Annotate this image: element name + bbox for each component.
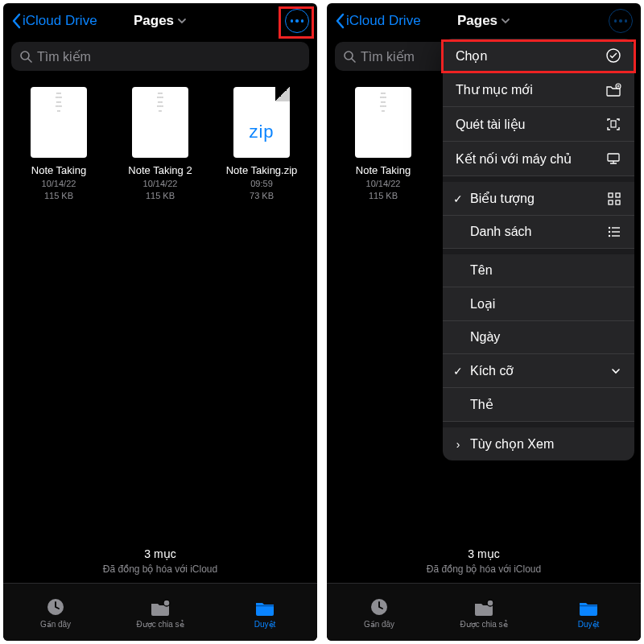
back-label: iCloud Drive	[346, 13, 421, 29]
navbar: iCloud Drive Pages	[327, 3, 641, 39]
tab-recents[interactable]: Gần đây	[3, 584, 108, 641]
menu-select[interactable]: Chọn	[443, 39, 634, 73]
svg-line-6	[352, 59, 355, 62]
chevron-left-icon	[335, 13, 345, 29]
svg-rect-25	[580, 605, 597, 606]
svg-point-24	[487, 600, 493, 606]
svg-point-7	[607, 49, 620, 62]
chevron-down-icon	[177, 18, 187, 24]
tab-bar: Gần đây Được chia sẻ Duyệt	[3, 583, 317, 641]
menu-connect-server[interactable]: Kết nối với máy chủ	[443, 142, 634, 176]
new-folder-icon	[605, 83, 621, 97]
sync-status: Đã đồng bộ hóa với iCloud	[327, 564, 641, 575]
search-icon	[19, 50, 32, 63]
menu-scan-documents[interactable]: Quét tài liệu	[443, 107, 634, 142]
menu-sort-name[interactable]: ✓Tên	[443, 254, 634, 287]
shared-folder-icon	[149, 597, 171, 617]
svg-rect-4	[256, 605, 274, 606]
tab-shared[interactable]: Được chia sẻ	[108, 584, 213, 641]
more-button[interactable]	[285, 9, 309, 33]
menu-sort-date[interactable]: ✓Ngày	[443, 321, 634, 354]
svg-point-21	[609, 235, 610, 237]
search-field[interactable]: Tìm kiếm	[11, 42, 309, 71]
clock-icon	[44, 597, 67, 617]
menu-view-icons[interactable]: ✓Biểu tượng	[443, 182, 634, 216]
svg-point-3	[163, 600, 170, 606]
ellipsis-icon	[291, 19, 304, 23]
files-grid: ━━━━━━━━━━━━━━━━ Note Taking 10/14/22 11…	[3, 79, 317, 211]
back-button[interactable]: iCloud Drive	[11, 13, 97, 29]
search-placeholder: Tìm kiếm	[37, 49, 91, 64]
svg-line-1	[28, 59, 31, 62]
select-circle-icon	[605, 47, 621, 64]
menu-view-options[interactable]: ›Tùy chọn Xem	[443, 427, 634, 460]
phone-right: iCloud Drive Pages Tìm kiếm ━━━━━━━━━━━━…	[327, 3, 641, 641]
scan-icon	[605, 116, 621, 132]
phone-left: iCloud Drive Pages Tìm kiếm ━━━━━━━━━━━━…	[3, 3, 317, 641]
zip-thumb-icon: zip	[233, 87, 290, 158]
folder-icon	[254, 597, 276, 617]
more-button[interactable]	[609, 9, 633, 33]
svg-point-17	[609, 227, 610, 229]
sync-status: Đã đồng bộ hóa với iCloud	[3, 564, 317, 575]
tab-browse[interactable]: Duyệt	[213, 584, 317, 641]
back-label: iCloud Drive	[23, 13, 97, 29]
svg-rect-9	[611, 121, 616, 127]
menu-sort-kind[interactable]: ✓Loại	[443, 287, 634, 321]
menu-new-folder[interactable]: Thư mục mới	[443, 73, 634, 107]
server-icon	[605, 151, 621, 167]
document-thumb-icon: ━━━━━━━━━━━━━━━━	[31, 87, 87, 158]
item-count: 3 mục	[3, 547, 317, 564]
folder-icon	[577, 597, 600, 617]
svg-point-19	[609, 231, 610, 233]
document-thumb-icon: ━━━━━━━━━━━━━━━━	[132, 87, 188, 158]
clock-icon	[368, 597, 390, 617]
tab-bar: Gần đây Được chia sẻ Duyệt	[327, 583, 641, 641]
item-count: 3 mục	[327, 547, 641, 564]
svg-rect-15	[609, 200, 613, 204]
chevron-left-icon	[11, 13, 21, 29]
more-menu: Chọn Thư mục mới Quét tài liệu Kết nối v…	[443, 39, 634, 460]
tab-recents[interactable]: Gần đây	[327, 584, 431, 641]
file-item[interactable]: ━━━━━━━━━━━━━━━━ Note Taking 2 10/14/22 …	[109, 87, 211, 203]
chevron-down-icon	[501, 18, 510, 24]
file-item[interactable]: zip Note Taking.zip 09:59 73 KB	[211, 87, 312, 203]
list-icon	[607, 225, 621, 239]
back-button[interactable]: iCloud Drive	[335, 13, 421, 29]
search-placeholder: Tìm kiếm	[361, 49, 415, 64]
menu-view-list[interactable]: ✓Danh sách	[443, 216, 634, 249]
file-item[interactable]: ━━━━━━━━━━━━━━━━ Note Taking 10/14/22 11…	[332, 87, 435, 203]
file-item[interactable]: ━━━━━━━━━━━━━━━━ Note Taking 10/14/22 11…	[8, 87, 109, 203]
folder-title[interactable]: Pages	[134, 13, 187, 29]
tab-shared[interactable]: Được chia sẻ	[431, 584, 536, 641]
navbar: iCloud Drive Pages	[3, 3, 317, 39]
checkmark-icon: ✓	[451, 192, 465, 205]
grid-icon	[607, 192, 621, 206]
menu-sort-tags[interactable]: ✓Thẻ	[443, 388, 634, 422]
checkmark-icon: ✓	[451, 365, 465, 378]
folder-title[interactable]: Pages	[457, 13, 510, 29]
document-thumb-icon: ━━━━━━━━━━━━━━━━	[355, 87, 411, 158]
svg-rect-16	[616, 200, 620, 204]
shared-folder-icon	[473, 597, 495, 617]
svg-rect-10	[608, 154, 619, 161]
svg-rect-13	[609, 193, 613, 197]
search-icon	[343, 50, 356, 63]
ellipsis-icon	[614, 19, 628, 23]
chevron-right-icon: ›	[451, 438, 465, 451]
chevron-down-icon	[610, 367, 621, 375]
menu-sort-size[interactable]: ✓Kích cỡ	[443, 354, 634, 388]
tab-browse[interactable]: Duyệt	[536, 584, 641, 641]
svg-rect-14	[616, 193, 620, 197]
